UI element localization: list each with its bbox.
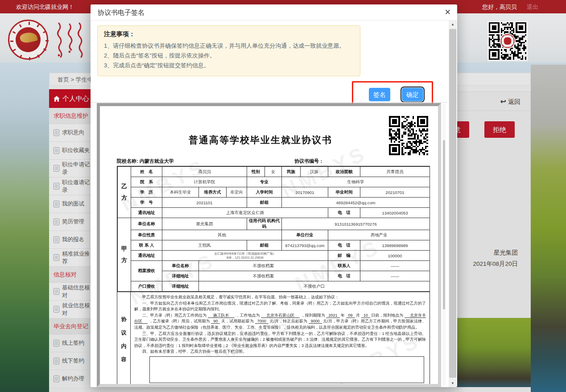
school-name: 院校名称: 内蒙古就业大学 [117, 158, 174, 165]
agreement-clause: 三、甲、乙双方应当全面履行协议，违反协议规定的，应承担违约责任。甲方有下列情形之… [134, 331, 426, 349]
agreement-number-label: 协议书编号： [294, 158, 324, 165]
table-row: 联 系 人王熙凤邮箱974213793@qq.com电 话13989898989 [118, 240, 430, 251]
table-row: 通讯地址众仁路399号8座711室（珠港国际对面广场） B座，121.33101… [118, 251, 430, 261]
table-row: 院 系计算机学院专业生物科学 [118, 177, 430, 187]
modal-scrollbar[interactable]: ▲ ▼ [449, 21, 457, 387]
content-label: 协 议 内 容 [117, 292, 131, 384]
table-cell: 电 话 [328, 208, 360, 218]
sign-button[interactable]: 签名 [369, 88, 390, 101]
modal-title: 协议书电子签名 [98, 8, 145, 17]
table-row: 详细地址不接收档案电 话—— [118, 271, 430, 281]
table-cell: 本科生毕业 [162, 187, 199, 198]
table-cell: 共青团员 [360, 167, 430, 177]
close-icon[interactable]: ✕ [445, 8, 451, 17]
table-cell: 高贝贝 [162, 167, 247, 177]
notice-title: 注意事项： [104, 30, 354, 38]
table-cell: 详细地址 [162, 271, 199, 281]
table-cell: 联 系 人 [131, 240, 162, 251]
table-cell: 邮箱 [247, 198, 282, 208]
table-row: 乙 方姓 名高贝贝性别女民族汉族政治面貌共青团员 [118, 167, 430, 177]
table-cell: 489284452@qq.com [282, 198, 430, 208]
table-row: 档案接收单位名称不接收档案联系人—— [118, 261, 430, 271]
table-cell: 913101136915770276 [282, 218, 430, 230]
table-cell: 甲 方 [118, 218, 131, 292]
table-cell: 生物科学 [282, 177, 430, 187]
table-cell: 详细地址 [162, 281, 199, 292]
notice-items: 1、请仔细检查协议书并确保签约信息正确无误，并与用人单位充分沟通，达成一致就业意… [104, 41, 354, 70]
table-cell: 户口接收 [131, 281, 162, 292]
scroll-up-icon[interactable]: ▲ [449, 21, 457, 28]
table-cell: 2021101 [162, 198, 247, 208]
table-cell: 单位性质 [131, 230, 162, 240]
agreement-clause: 甲乙双方按照毕业生就业政策及相关规定，遵守诚实守信原则，在平等自愿、协商一致基础… [134, 294, 426, 301]
agreement-content-row: 协 议 内 容 甲乙双方按照毕业生就业政策及相关规定，遵守诚实守信原则，在平等自… [117, 292, 430, 384]
agreement-clause: 一、甲方如实向乙方介绍本单位和乙方工作岗位情况，现通过对乙方的了解、考核，同意录… [134, 301, 426, 313]
table-cell: 毕业时间 [328, 187, 360, 198]
table-cell: 学 号 [131, 198, 162, 208]
table-cell: 民族 [282, 167, 301, 177]
modal-divider [91, 102, 447, 103]
table-cell: 王熙凤 [162, 240, 247, 251]
table-cell: 邮 编 [328, 251, 360, 261]
modal-header: 协议书电子签名 ✕ [91, 4, 457, 21]
notice-item: 1、请仔细检查协议书并确保签约信息正确无误，并与用人单位充分沟通，达成一致就业意… [104, 41, 354, 51]
table-cell: 不接收档案 [199, 271, 328, 281]
table-cell: 13989898989 [360, 240, 430, 251]
table-cell: 不接收档案 [199, 261, 328, 271]
table-cell: 培养方式 [199, 187, 227, 198]
table-cell: 不接收户口 [199, 281, 430, 292]
agreement-clause: 二、甲方录（聘）用乙方工作岗位为 施工队长 ，工作地点为 北京市石景山区 ，报到… [134, 313, 426, 331]
table-cell: 上海市嘉定区众仁路 [162, 208, 328, 218]
agreement-table-wrap: 乙 方姓 名高贝贝性别女民族汉族政治面貌共青团员院 系计算机学院专业生物科学学 … [117, 166, 430, 384]
table-cell: 通讯地址 [131, 251, 162, 261]
table-cell: 电 话 [328, 271, 360, 281]
table-cell: 单位名称 [162, 261, 199, 271]
table-cell: 信用代码 机构代码 [247, 218, 282, 230]
table-cell: —— [360, 271, 430, 281]
agreement-clauses: 甲乙双方按照毕业生就业政策及相关规定，遵守诚实守信原则，在平等自愿、协商一致基础… [131, 292, 430, 384]
table-row: 学 历本科生毕业培养方式非定向入学时间20170901毕业时间20210701 [118, 187, 430, 198]
table-cell: 计算机学院 [162, 177, 247, 187]
table-row: 学 号2021101邮箱489284452@qq.com [118, 198, 430, 208]
table-row: 甲 方单位名称星光集团信用代码 机构代码913101136915770276 [118, 218, 430, 230]
agreement-document: NMBYSNMBYSNMBYSNMBYSNMBYSNMBYS 普通高等学校毕业生… [100, 106, 438, 384]
table-cell: 电 话 [328, 240, 360, 251]
table-cell: 院 系 [131, 177, 162, 187]
document-scrollbar-thumb[interactable] [443, 140, 445, 309]
table-cell: 非定向 [227, 187, 247, 198]
table-cell: 13402004053 [360, 208, 430, 218]
table-cell: 联系人 [328, 261, 360, 271]
table-cell: 房地产业 [328, 230, 430, 240]
table-cell: 邮箱 [247, 240, 282, 251]
table-cell: 入学时间 [247, 187, 282, 198]
modal-scrollbar-thumb[interactable] [449, 29, 456, 378]
table-cell: 20210701 [360, 187, 430, 198]
table-row: 通讯地址上海市嘉定区众仁路电 话13402004053 [118, 208, 430, 218]
agreement-document-viewer: NMBYSNMBYSNMBYSNMBYSNMBYSNMBYS 普通高等学校毕业生… [97, 103, 441, 387]
table-cell: 姓 名 [131, 167, 162, 177]
table-row: 单位性质其他单位行业房地产业 [118, 230, 430, 240]
table-cell: 性别 [247, 167, 265, 177]
table-cell: 974213793@qq.com [282, 240, 328, 251]
confirm-button[interactable]: 确定 [402, 88, 423, 101]
table-cell: 学 历 [131, 187, 162, 198]
table-cell: 单位行业 [282, 230, 328, 240]
notice-box: 注意事项： 1、请仔细检查协议书并确保签约信息正确无误，并与用人单位充分沟通，达… [97, 25, 360, 76]
document-scrollbar[interactable] [442, 104, 446, 386]
notice-item: 3、完成后点击“确定”按钮提交签约信息。 [104, 61, 354, 70]
agreement-clause: 四、如有未尽事宜，经甲、乙双方协商一致后在下栏注明。 [134, 349, 426, 355]
table-cell: 星光集团 [162, 218, 247, 230]
table-cell: —— [360, 261, 430, 271]
table-cell: 汉族 [301, 167, 328, 177]
table-cell: 20170901 [282, 187, 328, 198]
notice-item: 2、随后点击“签名”按钮，按提示依次操作。 [104, 51, 354, 61]
table-cell: 单位名称 [131, 218, 162, 230]
table-cell: 档案接收 [131, 261, 162, 281]
table-cell: 众仁路399号8座711室（珠港国际对面广场） B座，121.33101.31.… [162, 251, 328, 261]
table-cell: 其他 [162, 230, 282, 240]
table-cell: 通讯地址 [131, 208, 162, 218]
agreement-title: 普通高等学校毕业生就业协议书 [100, 134, 421, 146]
scroll-down-icon[interactable]: ▼ [449, 380, 457, 387]
table-cell: 乙 方 [118, 167, 131, 218]
table-row: 户口接收详细地址不接收户口 [118, 281, 430, 292]
